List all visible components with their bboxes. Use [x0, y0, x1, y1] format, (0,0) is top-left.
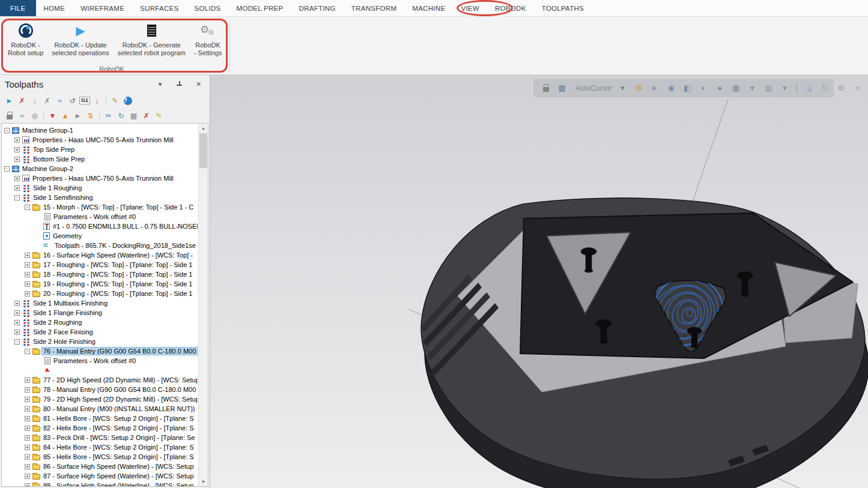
tree-scrollbar[interactable]: ▲ ▼ [198, 124, 208, 486]
plane-select-icon[interactable]: ◧ [682, 82, 693, 94]
tab-toolpaths[interactable]: TOOLPATHS [534, 0, 592, 16]
tab-transform[interactable]: TRANSFORM [344, 0, 405, 16]
tree-row[interactable]: -Machine Group-1 [2, 125, 198, 135]
scroll-insert-arrow-icon[interactable]: ⇅ [85, 110, 96, 121]
scrollbar-thumb[interactable] [199, 133, 207, 168]
tree-row[interactable]: +84 - Helix Bore - [WCS: Setup 2 Origin]… [2, 442, 198, 452]
tree-row[interactable]: +Side 1 Roughing [2, 183, 198, 193]
tree-row[interactable]: -Machine Group-2 [2, 164, 198, 173]
scrollbar-down-arrow-icon[interactable]: ▼ [199, 477, 208, 486]
section-view-icon[interactable]: ◪ [803, 82, 815, 94]
tree-row[interactable]: Geometry [2, 231, 198, 241]
pan-icon[interactable]: + [852, 82, 863, 94]
expand-box[interactable]: + [25, 282, 30, 287]
grid-snap-icon[interactable]: ▥ [763, 82, 774, 94]
tab-surfaces[interactable]: SURFACES [132, 0, 186, 16]
move-insert-arrow-down-icon[interactable]: ▼ [47, 110, 58, 121]
toolpath-trim-icon[interactable]: ✂ [103, 110, 114, 121]
collapse-box[interactable]: - [25, 205, 30, 210]
expand-box[interactable]: + [25, 253, 30, 258]
display-options-icon[interactable]: ▦ [128, 110, 139, 121]
tree-row[interactable]: +Bottom Side Prep [2, 154, 198, 164]
graphics-viewport[interactable]: ▦ AutoCursor ▾⚙►◉◧◐●▦▾▥▾◪↻⚙+ [210, 75, 868, 488]
edit-operations-icon[interactable]: ✎ [109, 95, 121, 106]
lock-operations-icon[interactable] [4, 110, 15, 121]
expand-box[interactable]: + [14, 157, 20, 162]
close-panel-icon[interactable]: ✕ [193, 79, 204, 90]
tab-drafting[interactable]: DRAFTING [291, 0, 344, 16]
tree-row[interactable]: +20 - Roughing - [WCS: Top] - [Tplane: T… [2, 289, 198, 298]
expand-box[interactable]: + [25, 474, 30, 479]
select-all-operations-icon[interactable]: ► [4, 95, 15, 106]
rapid-post-icon[interactable]: ↓ [91, 95, 103, 106]
expand-box[interactable]: + [25, 406, 30, 412]
robodk-settings-button[interactable]: ⚙⚙RoboDK- Settings [190, 20, 226, 58]
tab-model-prep[interactable]: MODEL PREP [229, 0, 291, 16]
tree-row[interactable]: +80 - Manual Entry (M00 (INSTALL SMALLER… [2, 404, 198, 414]
expand-box[interactable]: + [25, 262, 30, 268]
expand-box[interactable]: + [25, 397, 30, 402]
tree-row[interactable]: +77 - 2D High Speed (2D Dynamic Mill) - … [2, 375, 198, 385]
tree-row[interactable]: #1 - 0.7500 ENDMILL3 BULL - 0.75 BULL-NO… [2, 221, 198, 231]
tree-row[interactable]: +88 - Surface High Speed (Waterline) - [… [2, 481, 198, 486]
tree-row[interactable]: +18 - Roughing - [WCS: Top] - [Tplane: T… [2, 270, 198, 279]
tab-view[interactable]: VIEW [453, 0, 487, 16]
post-g1-icon[interactable]: G1 [79, 97, 90, 104]
recreate-operations-icon[interactable]: ↻ [115, 110, 127, 121]
collapse-box[interactable]: - [4, 166, 10, 172]
gnomon-icon[interactable]: ◐ [698, 82, 709, 94]
robodk-robot-setup-button[interactable]: RoboDK -Robot setup [4, 20, 47, 58]
collapse-box[interactable]: - [25, 349, 30, 354]
tree-row[interactable]: +Properties - Haas UMC-750 5-Axis Trunni… [2, 173, 198, 183]
expand-box[interactable]: + [14, 147, 20, 152]
collapse-box[interactable]: - [14, 195, 20, 200]
expand-box[interactable]: + [25, 291, 30, 297]
tab-wireframe[interactable]: WIREFRAME [73, 0, 132, 16]
pin-panel-icon[interactable] [174, 79, 185, 90]
edit-parameters-icon[interactable]: ✎ [153, 110, 165, 121]
tree-row[interactable]: +Side 1 Multiaxis Finishing [2, 298, 198, 308]
tree-row[interactable]: +83 - Peck Drill - [WCS: Setup 2 Origin]… [2, 433, 198, 442]
tab-solids[interactable]: SOLIDS [187, 0, 229, 16]
collapse-box[interactable]: - [4, 128, 10, 133]
expand-box[interactable]: + [14, 330, 20, 335]
tree-row[interactable]: +79 - 2D High Speed (2D Dynamic Mill) - … [2, 394, 198, 404]
insert-arrow-specify-icon[interactable]: ► [72, 110, 83, 121]
tree-row[interactable]: -Side 2 Hole Finishing [2, 337, 198, 346]
panel-menu-chevron-icon[interactable]: ▾ [154, 79, 166, 90]
expand-box[interactable]: + [14, 137, 20, 143]
scrollbar-up-arrow-icon[interactable]: ▲ [199, 124, 208, 133]
robodk-generate-program-button[interactable]: RoboDK - Generateselected robot program [114, 20, 190, 58]
tree-row[interactable]: +81 - Helix Bore - [WCS: Setup 2 Origin]… [2, 414, 198, 423]
tree-row[interactable]: -Side 1 Semifinishing [2, 193, 198, 202]
expand-box[interactable]: + [25, 464, 30, 469]
selection-arrow-icon[interactable]: ► [649, 82, 661, 94]
expand-box[interactable]: + [14, 185, 20, 191]
tree-row[interactable]: +Side 2 Face Finising [2, 327, 198, 337]
expand-box[interactable]: + [25, 454, 30, 460]
shaded-view-icon[interactable]: ● [714, 82, 726, 94]
tree-row[interactable]: -15 - Morph - [WCS: Top] - [Tplane: Top]… [2, 202, 198, 212]
tab-robodk[interactable]: ROBODK [487, 0, 534, 16]
simulate-operations-icon[interactable]: ↺ [67, 95, 78, 106]
expand-box[interactable]: + [25, 445, 30, 450]
tab-home[interactable]: HOME [36, 0, 73, 16]
delete-operations-icon[interactable]: ✗ [141, 110, 152, 121]
regenerate-toolpaths-icon[interactable]: ≈ [54, 95, 65, 106]
move-insert-arrow-up-icon[interactable]: ▲ [59, 110, 71, 121]
tree-row[interactable]: Parameters - Work offset #0 [2, 212, 198, 221]
tree-row[interactable]: +Top Side Prep [2, 145, 198, 154]
tree-row[interactable]: +19 - Roughing - [WCS: Top] - [Tplane: T… [2, 279, 198, 289]
insert-arrow-icon[interactable]: ► [43, 365, 53, 376]
gview-planes-icon[interactable]: ▦ [556, 82, 568, 94]
autocursor-label[interactable]: AutoCursor [575, 84, 612, 92]
wcs-grid-icon[interactable]: ▦ [730, 82, 742, 94]
tree-row[interactable]: +87 - Surface High Speed (Waterline) - [… [2, 471, 198, 481]
help-icon[interactable]: ? [122, 95, 133, 106]
expand-box[interactable]: + [14, 176, 20, 181]
tree-row[interactable]: +82 - Helix Bore - [WCS: Setup 2 Origin]… [2, 423, 198, 433]
expand-box[interactable]: + [25, 387, 30, 393]
tab-machine[interactable]: MACHINE [404, 0, 453, 16]
tree-row[interactable]: +78 - Manual Entry (G90 G00 G54 B0.0 C-1… [2, 385, 198, 394]
tree-row[interactable]: +86 - Surface High Speed (Waterline) - [… [2, 462, 198, 471]
